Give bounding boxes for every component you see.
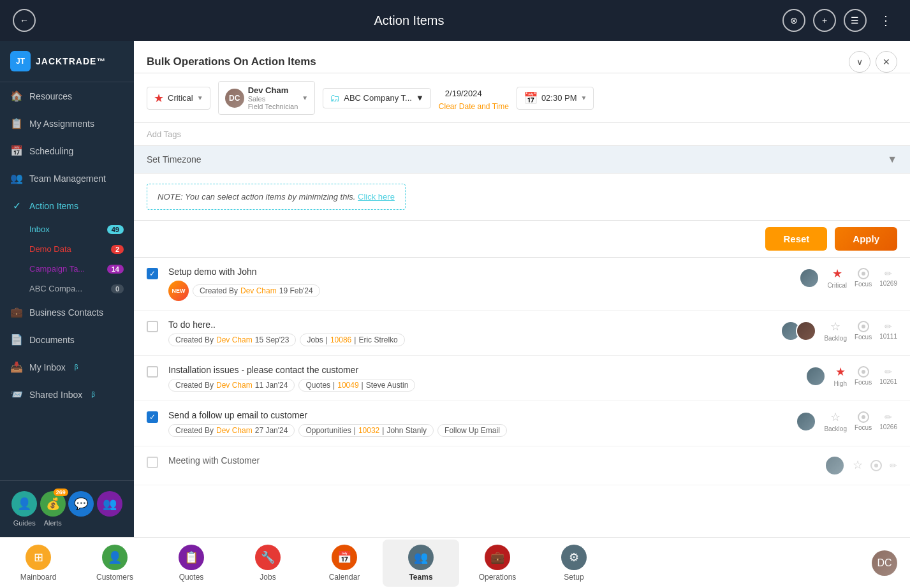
abc-label: ABC Compa... [29,284,82,293]
sidebar-item-label: My Inbox [29,362,66,372]
nav-item-teams[interactable]: 👥 Teams [383,540,459,587]
sidebar-sub-inbox[interactable]: Inbox 49 [29,219,134,239]
inbox-badge: 49 [107,225,124,234]
alerts-count: 269 [54,489,68,496]
bottom-nav-avatar[interactable]: DC [872,550,897,576]
sidebar-sub-campaign[interactable]: Campaign Ta... 14 [29,259,134,279]
more-sidebar-button[interactable]: 👥 [97,491,122,517]
nav-item-setup[interactable]: ⚙ Setup [536,540,612,587]
date-value: 2/19/2024 [445,89,482,98]
sidebar-item-team-management[interactable]: 👥 Team Management [0,165,134,192]
extra-tag-4: Follow Up Email [444,426,500,435]
item-right-4: ☆ Backlog Focus ✏ 10266 [796,410,897,432]
item-body-5: Meeting with Customer [168,455,817,469]
company-select[interactable]: 🗂 ABC Company T... ▼ [323,88,431,108]
priority-select[interactable]: ★ Critical ▼ [147,87,210,110]
setup-icon: ⚙ [561,545,587,570]
time-select[interactable]: 📅 02:30 PM ▼ [517,87,594,110]
sidebar: JT JACKTRADE™ 🏠 Resources 📋 My Assignmen… [0,41,134,537]
item-checkbox-5[interactable] [147,457,158,468]
meta-created-3: Created By Dev Cham 11 Jan'24 [168,379,295,392]
sidebar-item-my-inbox[interactable]: 📥 My Inbox β [0,353,134,381]
priority-label-4: Backlog [824,425,847,432]
time-chevron-icon: ▼ [581,94,587,101]
avatar-1 [799,268,819,288]
chat-button[interactable]: 💬 [68,491,94,517]
reset-button[interactable]: Reset [765,227,827,251]
jobs-link-2[interactable]: 10086 [330,335,351,344]
meta-opp-4: Opportunities | 10032 | John Stanly [298,424,434,437]
sidebar-item-scheduling[interactable]: 📅 Scheduling [0,137,134,165]
sidebar-item-resources[interactable]: 🏠 Resources [0,82,134,110]
edit-icon-1[interactable]: ✏ [884,268,892,279]
close-bulk-button[interactable]: ✕ [876,51,897,73]
more-button[interactable]: ⋮ [874,9,897,32]
edit-icon-4[interactable]: ✏ [884,412,892,422]
sidebar-item-shared-inbox[interactable]: 📨 Shared Inbox β [0,381,134,408]
user-select[interactable]: DC Dev Cham Sales Field Technician ▼ [218,81,316,115]
note-box: NOTE: You can select action items by min… [147,184,406,210]
edit-icon-2[interactable]: ✏ [884,321,892,332]
guides-button[interactable]: 👤 [11,491,37,517]
item-checkbox-2[interactable] [147,321,158,332]
focus-circle-4[interactable] [858,411,869,423]
sidebar-sub-abc[interactable]: ABC Compa... 0 [29,279,134,298]
beta-badge: β [75,364,78,371]
sidebar-logo: JT JACKTRADE™ [0,41,134,82]
creator-link-4[interactable]: Dev Cham [216,426,253,435]
focus-circle-2[interactable] [858,321,869,332]
company-chevron-icon: ▼ [416,93,424,103]
sidebar-bottom: 👤 Guides 💰 269 Alerts 💬 👥 [0,480,134,537]
more-btn-wrap: 👥 [97,491,122,527]
focus-circle-1[interactable] [858,268,869,279]
creator-link-3[interactable]: Dev Cham [216,381,253,390]
menu-button[interactable]: ☰ [844,9,867,32]
focus-circle-5[interactable] [870,460,882,471]
date-select[interactable]: 2/19/2024 [439,85,509,102]
creator-link-1[interactable]: Dev Cham [240,286,277,295]
created-date-1: 19 Feb'24 [279,286,313,295]
item-edit-3: ✏ 10261 [879,367,897,385]
tags-bar[interactable]: Add Tags [134,123,910,146]
focus-label-4: Focus [855,424,872,431]
nav-item-jobs[interactable]: 🔧 Jobs [230,540,306,587]
sidebar-item-action-items[interactable]: ✓ Action Items [0,192,134,219]
back-button[interactable]: ← [13,9,36,32]
clear-date-btn[interactable]: Clear Date and Time [439,102,509,111]
sidebar-item-documents[interactable]: 📄 Documents [0,326,134,353]
nav-item-operations[interactable]: 💼 Operations [459,540,536,587]
quotes-label: Quotes [179,573,204,582]
opp-link-4[interactable]: 10032 [358,426,379,435]
created-label-4: Created By [175,426,214,435]
new-badge-1: NEW [168,281,189,301]
nav-item-customers[interactable]: 👤 Customers [77,540,153,587]
collapse-button[interactable]: ∨ [849,51,870,73]
add-button[interactable]: + [813,9,836,32]
focus-label-1: Focus [855,281,872,288]
sidebar-sub-demo[interactable]: Demo Data 2 [29,239,134,259]
priority-label: Critical [168,93,193,103]
focus-label-2: Focus [855,334,872,341]
quotes-link-3[interactable]: 10049 [337,381,358,390]
focus-circle-3[interactable] [858,366,869,378]
opp-separator2-4: | [382,426,384,435]
apply-button[interactable]: Apply [835,227,897,251]
note-link[interactable]: Click here [358,192,395,202]
edit-icon-3[interactable]: ✏ [884,367,892,377]
timezone-bar[interactable]: Set Timezone ▼ [134,146,910,173]
alerts-button[interactable]: 💰 269 [40,491,66,517]
user-name: Dev Cham [248,85,298,95]
priority-label-2: Backlog [824,335,847,342]
item-checkbox-1[interactable]: ✓ [147,268,158,279]
nav-item-mainboard[interactable]: ⊞ Mainboard [0,540,77,587]
item-checkbox-3[interactable] [147,366,158,378]
sidebar-item-business-contacts[interactable]: 💼 Business Contacts [0,298,134,326]
nav-item-calendar[interactable]: 📅 Calendar [306,540,383,587]
item-checkbox-4[interactable]: ✓ [147,411,158,423]
creator-link-2[interactable]: Dev Cham [216,335,253,344]
filter-button[interactable]: ⊗ [782,9,805,32]
edit-icon-5[interactable]: ✏ [890,460,897,471]
sidebar-item-my-assignments[interactable]: 📋 My Assignments [0,110,134,137]
inbox-label: Inbox [29,224,50,234]
nav-item-quotes[interactable]: 📋 Quotes [153,540,230,587]
